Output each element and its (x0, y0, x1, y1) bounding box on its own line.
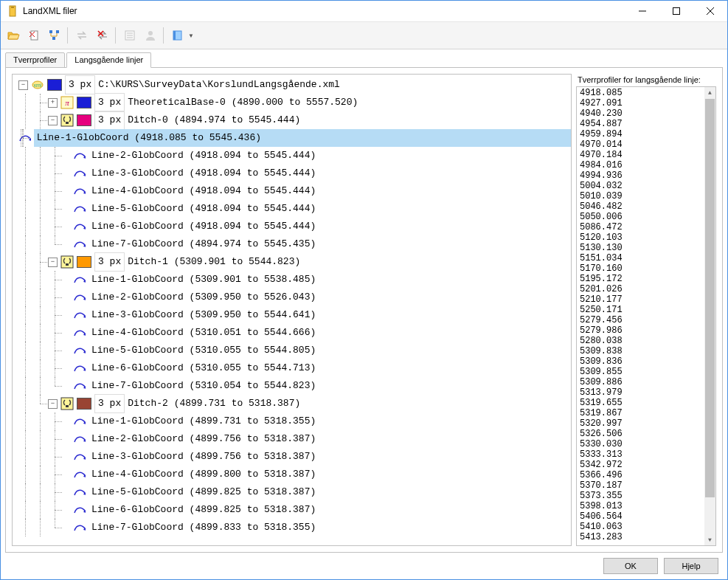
tree-line-node[interactable]: Line-3-GlobCoord (4899.756 to 5318.387) (14, 448, 571, 466)
tree-line-node[interactable]: Line-1-GlobCoord (4918.085 to 5545.436) (14, 129, 571, 147)
color-swatch[interactable] (47, 79, 62, 91)
list-item[interactable]: 5413.283 (580, 532, 713, 542)
list-item[interactable]: 4940.230 (580, 108, 713, 119)
list-item[interactable]: 5050.006 (580, 212, 713, 222)
color-swatch[interactable] (77, 97, 91, 108)
collapse-toggle[interactable]: − (18, 80, 28, 90)
tree-line-node[interactable]: Line-2-GlobCoord (4918.094 to 5545.444) (14, 147, 571, 165)
tree-line-node[interactable]: Line-1-GlobCoord (5309.901 to 5538.485) (14, 271, 571, 289)
ok-button[interactable]: OK (603, 558, 658, 574)
list-item[interactable]: 4954.887 (580, 119, 713, 129)
tree-line-node[interactable]: Line-3-GlobCoord (4918.094 to 5545.444) (14, 165, 571, 182)
collapse-toggle[interactable]: − (48, 399, 58, 409)
list-item[interactable]: 5280.038 (580, 336, 713, 346)
tree-line-node[interactable]: Line-7-GlobCoord (5310.054 to 5544.823) (14, 377, 571, 395)
list-item[interactable]: 5010.039 (580, 191, 713, 201)
list-item[interactable]: 5410.063 (580, 522, 713, 532)
list-item[interactable]: 5398.013 (580, 501, 713, 511)
book-dropdown[interactable]: ▼ (168, 26, 194, 45)
list-item[interactable]: 5319.867 (580, 408, 713, 418)
tab-tverrprofiler[interactable]: Tverrprofiler (5, 52, 65, 68)
list-item[interactable]: 4918.085 (580, 88, 713, 98)
tree-line-node[interactable]: Line-5-GlobCoord (4899.825 to 5318.387) (14, 483, 571, 501)
expand-toggle[interactable]: + (48, 98, 58, 108)
tab-langsgaende-linjer[interactable]: Langsgående linjer (66, 52, 151, 68)
list-item[interactable]: 5120.103 (580, 232, 713, 243)
list-item[interactable]: 5320.997 (580, 418, 713, 429)
delete-node-button[interactable] (93, 26, 112, 45)
list-item[interactable]: 5309.836 (580, 356, 713, 367)
list-item[interactable]: 5319.655 (580, 398, 713, 408)
tree-line-node[interactable]: Line-4-GlobCoord (4899.800 to 5318.387) (14, 466, 571, 483)
scrollbar-down-icon[interactable]: ▼ (704, 534, 715, 545)
list-item[interactable]: 5279.986 (580, 325, 713, 336)
list-item[interactable]: 5406.564 (580, 511, 713, 522)
list-item[interactable]: 5326.506 (580, 429, 713, 439)
tree-group-node[interactable]: −3 pxDitch-2 (4899.731 to 5318.387) (14, 395, 571, 412)
tree-line-node[interactable]: Line-5-GlobCoord (5310.055 to 5544.805) (14, 342, 571, 359)
swap-button[interactable] (72, 26, 91, 45)
tree-group-node[interactable]: +π3 pxTheoreticalBase-0 (4890.000 to 555… (14, 94, 571, 111)
edit-nodes-button[interactable] (45, 26, 64, 45)
list-button[interactable] (120, 26, 139, 45)
collapse-toggle[interactable]: − (48, 116, 58, 125)
tree-line-node[interactable]: Line-2-GlobCoord (4899.756 to 5318.387) (14, 430, 571, 448)
list-item[interactable]: 4970.014 (580, 139, 713, 150)
help-button[interactable]: Hjelp (664, 558, 718, 574)
tree-line-node[interactable]: Line-1-GlobCoord (4899.731 to 5318.355) (14, 412, 571, 430)
delete-doc-button[interactable] (24, 26, 44, 45)
list-item[interactable]: 4959.894 (580, 129, 713, 139)
tree-line-node[interactable]: Line-2-GlobCoord (5309.950 to 5526.043) (14, 289, 571, 306)
tree-group-node[interactable]: −3 pxDitch-1 (5309.901 to 5544.823) (14, 253, 571, 271)
tree-line-node[interactable]: Line-6-GlobCoord (4899.825 to 5318.387) (14, 501, 571, 519)
tree-line-node[interactable]: Line-6-GlobCoord (5310.055 to 5544.713) (14, 359, 571, 377)
open-folder-button[interactable] (4, 26, 23, 45)
tree-line-node[interactable]: Line-4-GlobCoord (5310.051 to 5544.666) (14, 324, 571, 342)
tree-line-node[interactable]: Line-7-GlobCoord (4894.974 to 5545.435) (14, 235, 571, 253)
user-button[interactable] (141, 26, 160, 45)
color-swatch[interactable] (77, 114, 91, 126)
profile-listbox[interactable]: 4918.0854927.0914940.2304954.8874959.894… (576, 86, 716, 546)
list-item[interactable]: 5151.034 (580, 253, 713, 263)
tree-line-node[interactable]: Line-4-GlobCoord (4918.094 to 5545.444) (14, 182, 571, 200)
list-item[interactable]: 5210.177 (580, 294, 713, 305)
tree-line-node[interactable]: Line-7-GlobCoord (4899.833 to 5318.355) (14, 519, 571, 536)
scrollbar[interactable]: ▲ ▼ (704, 87, 715, 545)
list-item[interactable]: 5279.456 (580, 315, 713, 325)
tree-line-node[interactable]: Line-3-GlobCoord (5309.950 to 5544.641) (14, 306, 571, 324)
list-item[interactable]: 5250.171 (580, 305, 713, 315)
list-item[interactable]: 4927.091 (580, 98, 713, 108)
list-item[interactable]: 5130.130 (580, 243, 713, 253)
tree-group-node[interactable]: −3 pxDitch-0 (4894.974 to 5545.444) (14, 111, 571, 129)
close-button[interactable] (693, 1, 727, 21)
tree-root-node[interactable]: −xml3 pxC:\KURS\SurveyData\KorslundLangs… (14, 76, 571, 94)
list-item[interactable]: 5333.313 (580, 449, 713, 460)
color-swatch[interactable] (77, 256, 91, 268)
tree-line-node[interactable]: Line-6-GlobCoord (4918.094 to 5545.444) (14, 218, 571, 235)
list-item[interactable]: 5330.030 (580, 439, 713, 449)
list-item[interactable]: 5195.172 (580, 274, 713, 284)
list-item[interactable]: 4994.936 (580, 170, 713, 181)
list-item[interactable]: 5313.979 (580, 387, 713, 398)
tree-line-node[interactable]: Line-5-GlobCoord (4918.094 to 5545.444) (14, 200, 571, 218)
list-item[interactable]: 5366.496 (580, 470, 713, 480)
color-swatch[interactable] (77, 398, 91, 410)
list-item[interactable]: 5370.187 (580, 480, 713, 491)
collapse-toggle[interactable]: − (48, 258, 58, 267)
list-item[interactable]: 5309.855 (580, 367, 713, 377)
list-item[interactable]: 4970.184 (580, 150, 713, 160)
list-item[interactable]: 5201.026 (580, 284, 713, 294)
list-item[interactable]: 5086.472 (580, 222, 713, 232)
minimize-button[interactable] (625, 1, 659, 21)
tree-view[interactable]: −xml3 pxC:\KURS\SurveyData\KorslundLangs… (12, 74, 572, 546)
list-item[interactable]: 5373.355 (580, 491, 713, 501)
maximize-button[interactable] (659, 1, 693, 21)
list-item[interactable]: 5309.838 (580, 346, 713, 356)
list-item[interactable]: 5004.032 (580, 181, 713, 191)
list-item[interactable]: 5309.886 (580, 377, 713, 387)
list-item[interactable]: 4984.016 (580, 160, 713, 170)
scrollbar-up-icon[interactable]: ▲ (704, 87, 715, 98)
scrollbar-thumb[interactable] (705, 99, 715, 497)
list-item[interactable]: 5046.482 (580, 201, 713, 212)
list-item[interactable]: 5342.972 (580, 460, 713, 470)
